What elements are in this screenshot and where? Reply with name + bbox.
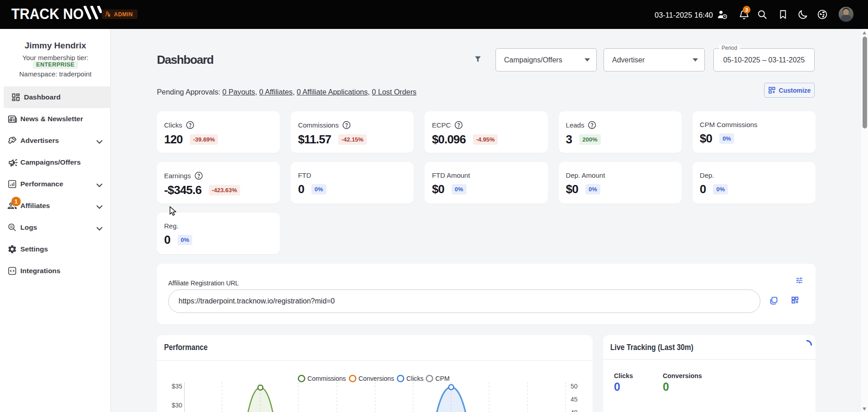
svg-text:50: 50 — [571, 383, 578, 390]
svg-text:45: 45 — [571, 396, 578, 403]
svg-text:$30: $30 — [172, 402, 183, 409]
svg-text:$35: $35 — [172, 383, 183, 390]
svg-text:CPM: CPM — [435, 375, 450, 382]
svg-text:40: 40 — [571, 409, 578, 412]
svg-text:Conversions: Conversions — [359, 375, 394, 382]
svg-text:TRACK NO: TRACK NO — [11, 6, 84, 22]
svg-text:Clicks: Clicks — [406, 375, 424, 382]
svg-text:Commissions: Commissions — [307, 375, 346, 382]
